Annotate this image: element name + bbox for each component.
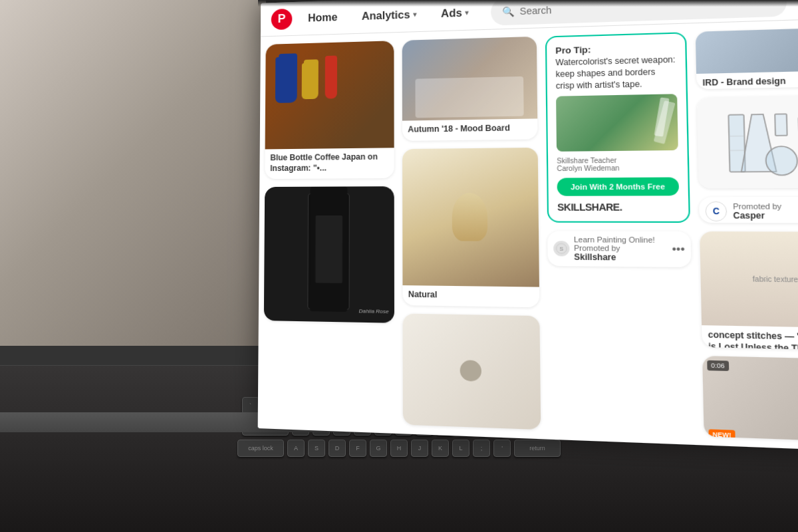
search-icon: 🔍 bbox=[502, 6, 514, 17]
key-k[interactable]: K bbox=[432, 440, 449, 457]
pin-casper[interactable]: C Promoted by Casper ••• bbox=[699, 197, 798, 223]
pin-autumn[interactable]: Autumn '18 - Mood Board bbox=[402, 37, 538, 141]
pin-column-2: Autumn '18 - Mood Board Natural bbox=[402, 37, 541, 430]
home-label: Home bbox=[308, 11, 337, 24]
more-options-button[interactable]: ••• bbox=[672, 243, 685, 256]
pin-stitch-image: fabric texture bbox=[700, 231, 798, 328]
svg-text:S: S bbox=[559, 245, 563, 252]
casper-promo-row: C Promoted by Casper ••• bbox=[699, 197, 798, 223]
new-badge: NEW! bbox=[708, 430, 735, 441]
pro-tip-body: Watercolorist's secret weapon: keep shap… bbox=[555, 55, 675, 90]
pin-natural-image bbox=[402, 148, 539, 287]
pin-room[interactable] bbox=[403, 314, 541, 430]
key-l[interactable]: L bbox=[452, 440, 469, 457]
pin-blue-bottle[interactable]: Blue Bottle Coffee Japan on Instagram: "… bbox=[265, 41, 394, 179]
pin-blue-bottle-label: Blue Bottle Coffee Japan on Instagram: "… bbox=[265, 148, 394, 179]
nav-home[interactable]: Home bbox=[300, 5, 346, 29]
skillshare-image bbox=[556, 94, 678, 152]
promoted-row: S Learn Painting Online! Promoted by Ski… bbox=[547, 231, 691, 267]
key-d[interactable]: D bbox=[329, 440, 346, 457]
pin-ird-label: IRD - Brand design bbox=[696, 70, 798, 89]
svg-rect-3 bbox=[775, 114, 787, 136]
pin-natural-label: Natural bbox=[402, 285, 539, 308]
casper-logo: C bbox=[705, 201, 727, 221]
pin-video-image: 0:06 NEW! bbox=[702, 356, 798, 442]
pin-flasks[interactable] bbox=[697, 95, 798, 189]
key-return[interactable]: return bbox=[514, 440, 561, 457]
analytics-chevron-icon: ▾ bbox=[413, 11, 416, 18]
pin-ird-image bbox=[696, 27, 798, 74]
screen-top-shadow bbox=[258, 0, 798, 7]
learn-painting-label: Learn Painting Online! bbox=[574, 235, 668, 243]
pin-video[interactable]: 0:06 NEW! bbox=[702, 356, 798, 442]
skillshare-promoted[interactable]: S Learn Painting Online! Promoted by Ski… bbox=[547, 231, 691, 267]
pin-stitch-label: concept stitches — 'The Stitch is Lost U… bbox=[702, 325, 798, 350]
screen: P Home Analytics ▾ Ads ▾ 🔍 Search bbox=[258, 0, 798, 452]
pin-autumn-label: Autumn '18 - Mood Board bbox=[402, 118, 538, 140]
pin-column-3: Pro Tip: Watercolorist's secret weapon: … bbox=[545, 32, 695, 436]
key-capslock[interactable]: caps lock bbox=[237, 440, 284, 457]
key-a[interactable]: A bbox=[287, 440, 305, 457]
ads-label: Ads bbox=[441, 7, 462, 19]
pins-grid: Blue Bottle Coffee Japan on Instagram: "… bbox=[258, 19, 798, 452]
casper-info: Promoted by Casper bbox=[733, 201, 798, 221]
pinterest-logo[interactable]: P bbox=[271, 8, 293, 29]
skillshare-teacher-info: Skillshare Teacher Carolyn Wiedeman bbox=[557, 156, 678, 172]
pin-column-4: IRD - Brand design bbox=[696, 27, 798, 442]
ads-chevron-icon: ▾ bbox=[465, 9, 468, 16]
skillshare-ad-card[interactable]: Pro Tip: Watercolorist's secret weapon: … bbox=[545, 32, 690, 222]
pinterest-app: P Home Analytics ▾ Ads ▾ 🔍 Search bbox=[258, 0, 798, 452]
pin-concept-stitches[interactable]: fabric texture concept stitches — 'The S… bbox=[700, 231, 798, 350]
key-s[interactable]: S bbox=[308, 440, 325, 457]
casper-promoted-label: Promoted by bbox=[733, 201, 798, 210]
pin-natural[interactable]: Natural bbox=[402, 148, 539, 308]
promoted-info: Learn Painting Online! Promoted by Skill… bbox=[574, 235, 668, 262]
key-g[interactable]: G bbox=[370, 440, 387, 457]
pro-tip-heading: Pro Tip: Watercolorist's secret weapon: … bbox=[555, 42, 677, 92]
svg-point-4 bbox=[765, 146, 797, 176]
key-semicolon[interactable]: ; bbox=[473, 440, 490, 457]
pin-blue-bottle-image bbox=[265, 41, 394, 149]
skillshare-logo: SKILLSHARE. bbox=[557, 201, 680, 212]
pin-autumn-image bbox=[402, 37, 537, 121]
pin-pants-image: Dahlia Rose bbox=[264, 186, 394, 323]
key-f[interactable]: F bbox=[349, 440, 366, 457]
video-time-badge: 0:06 bbox=[707, 360, 728, 371]
casper-name: Casper bbox=[733, 210, 798, 220]
pin-pants[interactable]: Dahlia Rose bbox=[264, 186, 394, 323]
key-quote[interactable]: ' bbox=[493, 440, 511, 457]
join-skillshare-button[interactable]: Join With 2 Months Free bbox=[557, 177, 680, 196]
pin-room-image bbox=[403, 314, 541, 430]
promoted-by-label: Promoted by bbox=[574, 243, 668, 253]
pin-column-1: Blue Bottle Coffee Japan on Instagram: "… bbox=[263, 41, 394, 425]
promoted-by-name: Skillshare bbox=[574, 252, 668, 263]
skillshare-avatar: S bbox=[553, 241, 570, 256]
key-h[interactable]: H bbox=[390, 440, 408, 457]
pin-ird[interactable]: IRD - Brand design bbox=[696, 27, 798, 89]
pin-flasks-image bbox=[697, 95, 798, 189]
key-j[interactable]: J bbox=[411, 440, 428, 457]
analytics-label: Analytics bbox=[362, 9, 410, 22]
